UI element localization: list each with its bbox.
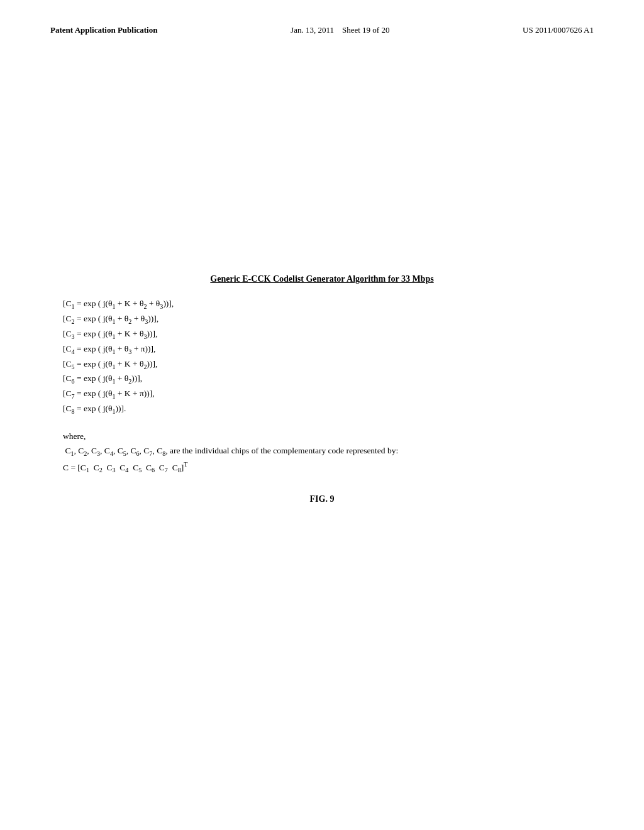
where-formula: C = [C1 C2 C3 C4 C5 C6 C7 C8]T <box>63 459 581 475</box>
fig-caption: FIG. 9 <box>63 494 581 504</box>
equation-6: [C6 = exp ( j(θ1 + θ2))], <box>63 372 581 387</box>
equations-block: [C1 = exp ( j(θ1 + K + θ2 + θ3))], [C2 =… <box>63 297 581 417</box>
header-date: Jan. 13, 2011 <box>291 25 334 35</box>
equation-7: [C7 = exp ( j(θ1 + K + π))], <box>63 387 581 402</box>
equation-5: [C5 = exp ( j(θ1 + K + θ2))], <box>63 357 581 372</box>
where-description: C1, C2, C3, C4, C5, C6, C7, C8, are the … <box>63 444 581 459</box>
main-content: Generic E-CCK Codelist Generator Algorit… <box>50 274 594 504</box>
equation-8: [C8 = exp ( j(θ1))]. <box>63 402 581 417</box>
where-label: where, <box>63 429 581 444</box>
section-title: Generic E-CCK Codelist Generator Algorit… <box>63 274 581 284</box>
page: Patent Application Publication Jan. 13, … <box>0 0 644 830</box>
equation-1: [C1 = exp ( j(θ1 + K + θ2 + θ3))], <box>63 297 581 312</box>
header-sheet: Sheet 19 of 20 <box>342 25 389 35</box>
equation-4: [C4 = exp ( j(θ1 + θ3 + π))], <box>63 342 581 357</box>
header-right: US 2011/0007626 A1 <box>523 25 594 35</box>
header-left: Patent Application Publication <box>50 25 157 35</box>
equation-2: [C2 = exp ( j(θ1 + θ2 + θ3))], <box>63 312 581 327</box>
where-section: where, C1, C2, C3, C4, C5, C6, C7, C8, a… <box>63 429 581 475</box>
header-center: Jan. 13, 2011 Sheet 19 of 20 <box>291 25 389 35</box>
page-header: Patent Application Publication Jan. 13, … <box>50 25 594 35</box>
equation-3: [C3 = exp ( j(θ1 + K + θ3))], <box>63 327 581 342</box>
